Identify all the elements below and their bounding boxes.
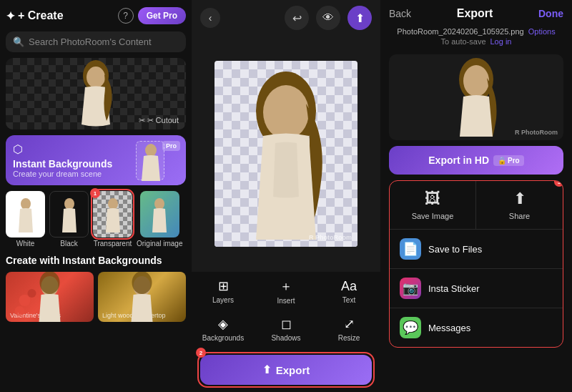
original-image-option[interactable]: Original image	[137, 191, 182, 248]
text-icon: Aa	[341, 279, 357, 294]
export-outline: ⬆ Export	[197, 352, 375, 388]
canvas-image: R PhotoRoom	[214, 61, 358, 247]
instant-backgrounds-card[interactable]: Pro ⬡ Instant Backgrounds Create your dr…	[6, 135, 186, 185]
insta-label: Insta Sticker	[428, 283, 480, 294]
save-image-button[interactable]: 🖼 Save Image	[390, 181, 476, 229]
export-title: Export	[457, 7, 493, 20]
gallery-wood[interactable]: Light wood countertop	[98, 272, 186, 322]
undo-button[interactable]: ↩	[285, 6, 309, 30]
svg-point-8	[40, 272, 60, 294]
svg-point-3	[21, 198, 31, 210]
login-link[interactable]: Log in	[490, 37, 512, 46]
share-action-icon: ⬆	[513, 190, 526, 208]
white-label: White	[16, 240, 35, 248]
save-image-label: Save Image	[412, 212, 454, 220]
background-options: White Black 1 Transparent	[6, 191, 186, 248]
middle-top-bar: ‹ ↩ 👁 ⬆	[192, 0, 380, 36]
scissors-icon: ✂	[139, 116, 145, 125]
share-button[interactable]: ⬆	[347, 6, 372, 30]
share-icon: ⬆	[355, 11, 365, 25]
pro-tag: 🔒 Pro	[493, 155, 524, 166]
selection-badge: 1	[90, 188, 100, 198]
backgrounds-icon: ◈	[218, 316, 228, 332]
export-badge: 2	[196, 348, 206, 358]
right-header: Back Export Done	[380, 0, 572, 24]
person-figure	[67, 60, 124, 128]
cutout-label: ✂ ✂ Cutout	[139, 116, 179, 125]
files-icon: 📄	[400, 238, 421, 260]
top-bar: ✦ + Create ? Get Pro	[6, 6, 186, 26]
search-placeholder: Search PhotoRoom's Content	[29, 36, 152, 47]
svg-point-17	[463, 65, 489, 97]
action-list: 3 🖼 Save Image ⬆ Share 📄 Save to Files 📷…	[389, 180, 563, 348]
export-hd-button[interactable]: Export in HD 🔒 Pro	[389, 146, 563, 175]
share-action-button[interactable]: ⬆ Share	[476, 181, 563, 229]
preview-watermark: R PhotoRoom	[515, 129, 558, 136]
instagram-icon: 📷	[400, 278, 421, 299]
canvas-area: R PhotoRoom	[192, 36, 380, 272]
black-background-option[interactable]: Black	[49, 191, 89, 248]
transparent-background-option[interactable]: 1 Transparent	[93, 191, 132, 248]
save-to-files-button[interactable]: 📄 Save to Files	[390, 230, 563, 269]
help-button[interactable]: ?	[118, 8, 134, 24]
layers-button[interactable]: ⊞ Layers	[192, 272, 255, 310]
original-thumb	[140, 191, 179, 237]
chevron-left-icon: ‹	[209, 12, 212, 24]
preview-person-svg	[444, 58, 508, 137]
backgrounds-button[interactable]: ◈ Backgrounds	[192, 310, 255, 348]
text-button[interactable]: Aa Text	[317, 272, 380, 310]
resize-label: Resize	[338, 334, 360, 342]
export-button[interactable]: ⬆ Export	[200, 355, 372, 385]
create-button[interactable]: ✦ + Create	[6, 9, 64, 23]
svg-point-4	[64, 198, 74, 210]
search-icon: 🔍	[13, 36, 24, 47]
svg-point-5	[108, 198, 118, 210]
white-background-option[interactable]: White	[6, 191, 45, 248]
lock-icon: 🔒	[498, 157, 506, 165]
filename-row: PhotoRoom_20240206_105925.png Options	[389, 27, 563, 36]
insert-button[interactable]: ＋ Insert	[255, 272, 317, 310]
gallery-row: Valentine's Roses Light wood countertop	[6, 272, 186, 386]
question-icon: ?	[123, 11, 128, 21]
backgrounds-label: Backgrounds	[202, 334, 244, 342]
top-icons: ↩ 👁 ⬆	[285, 6, 372, 30]
save-image-icon: 🖼	[425, 190, 440, 208]
back-button[interactable]: Back	[389, 8, 411, 19]
canvas-person	[214, 61, 358, 247]
svg-point-10	[28, 289, 36, 298]
layers-icon: ⊞	[218, 278, 229, 294]
search-bar[interactable]: 🔍 Search PhotoRoom's Content	[6, 31, 186, 52]
get-pro-button[interactable]: Get Pro	[138, 7, 186, 24]
resize-icon: ⤢	[344, 316, 355, 332]
toolbar: ⊞ Layers ＋ Insert Aa Text ◈ Backgrounds …	[192, 272, 380, 348]
layers-label: Layers	[212, 296, 234, 304]
insert-icon: ＋	[280, 278, 292, 295]
left-panel: ✦ + Create ? Get Pro 🔍 Search PhotoRoom'…	[0, 0, 192, 392]
file-info: PhotoRoom_20240206_105925.png Options To…	[380, 24, 572, 49]
options-link[interactable]: Options	[528, 27, 556, 36]
shadows-icon: ◻	[281, 316, 292, 332]
shadows-button[interactable]: ◻ Shadows	[255, 310, 317, 348]
section-title: Create with Instant Backgrounds	[6, 255, 186, 266]
right-panel: Back Export Done PhotoRoom_20240206_1059…	[380, 0, 572, 392]
export-strip: 2 ⬆ Export	[192, 348, 380, 392]
hd-label: Export in HD	[428, 155, 489, 166]
messages-button[interactable]: 💬 Messages	[390, 308, 563, 347]
done-button[interactable]: Done	[538, 8, 563, 19]
gallery-roses[interactable]: Valentine's Roses	[6, 272, 94, 322]
eye-button[interactable]: 👁	[316, 6, 340, 30]
svg-point-15	[263, 85, 309, 139]
create-label: + Create	[18, 9, 64, 22]
autosave-row: To auto-save Log in	[389, 37, 563, 46]
files-label: Save to Files	[428, 244, 482, 255]
card-preview-thumbnail	[136, 141, 164, 180]
back-arrow[interactable]: ‹	[200, 8, 220, 28]
messages-label: Messages	[428, 323, 470, 333]
svg-point-11	[15, 306, 25, 316]
resize-button[interactable]: ⤢ Resize	[317, 310, 380, 348]
pro-label: Pro	[508, 157, 520, 165]
insta-sticker-button[interactable]: 📷 Insta Sticker	[390, 269, 563, 308]
top-action-row: 🖼 Save Image ⬆ Share	[390, 181, 563, 230]
hero-image: ✂ ✂ Cutout	[6, 58, 186, 129]
svg-point-13	[132, 272, 152, 294]
